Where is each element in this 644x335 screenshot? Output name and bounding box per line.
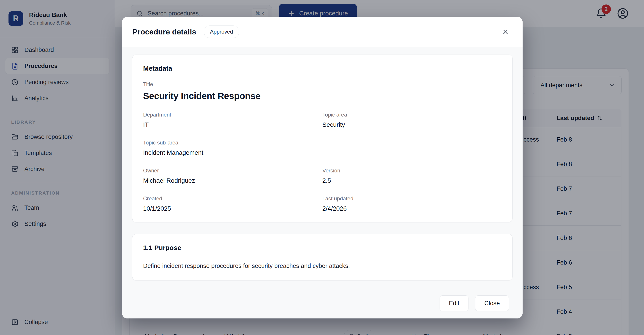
modal-close-button[interactable]	[500, 26, 511, 37]
field-label: Topic sub-area	[143, 140, 502, 146]
field-topic-sub-area: Topic sub-area Incident Management	[143, 140, 502, 156]
field-value: Michael Rodriguez	[143, 177, 322, 184]
metadata-card: Metadata Title Security Incident Respons…	[132, 54, 512, 222]
field-value: 2.5	[322, 177, 502, 184]
field-topic-area: Topic area Security	[322, 112, 502, 128]
close-icon	[502, 28, 509, 36]
field-owner: Owner Michael Rodriguez	[143, 168, 322, 184]
procedure-details-modal: Procedure details Approved Metadata Titl…	[122, 17, 522, 318]
field-title: Title Security Incident Response	[143, 81, 502, 101]
field-department: Department IT	[143, 112, 322, 128]
modal-title: Procedure details	[132, 28, 196, 36]
field-value: 2/4/2026	[322, 205, 502, 212]
purpose-card: 1.1 Purpose Define incident response pro…	[132, 234, 512, 280]
metadata-heading: Metadata	[143, 65, 502, 72]
field-created: Created 10/1/2025	[143, 196, 322, 212]
app-root: R Rideau Bank Compliance & Risk Dashboar…	[0, 0, 644, 335]
edit-button[interactable]: Edit	[440, 296, 468, 311]
field-value: 10/1/2025	[143, 205, 322, 212]
field-version: Version 2.5	[322, 168, 502, 184]
close-button[interactable]: Close	[475, 296, 509, 311]
procedure-title-value: Security Incident Response	[143, 91, 502, 101]
approved-status-badge: Approved	[204, 26, 239, 38]
field-label: Version	[322, 168, 502, 174]
field-value: IT	[143, 121, 322, 128]
field-label: Topic area	[322, 112, 502, 118]
field-value: Incident Management	[143, 149, 502, 156]
modal-header: Procedure details Approved	[122, 17, 522, 47]
field-value: Security	[322, 121, 502, 128]
field-label: Created	[143, 196, 322, 202]
field-label: Owner	[143, 168, 322, 174]
modal-body: Metadata Title Security Incident Respons…	[122, 47, 522, 288]
purpose-text: Define incident response procedures for …	[143, 262, 502, 270]
field-label: Last updated	[322, 196, 502, 202]
field-label: Department	[143, 112, 322, 118]
field-last-updated: Last updated 2/4/2026	[322, 196, 502, 212]
purpose-heading: 1.1 Purpose	[143, 244, 502, 252]
modal-footer: Edit Close	[122, 288, 522, 318]
metadata-grid: Department IT Topic area Security Topic …	[143, 112, 502, 212]
field-label: Title	[143, 81, 502, 88]
